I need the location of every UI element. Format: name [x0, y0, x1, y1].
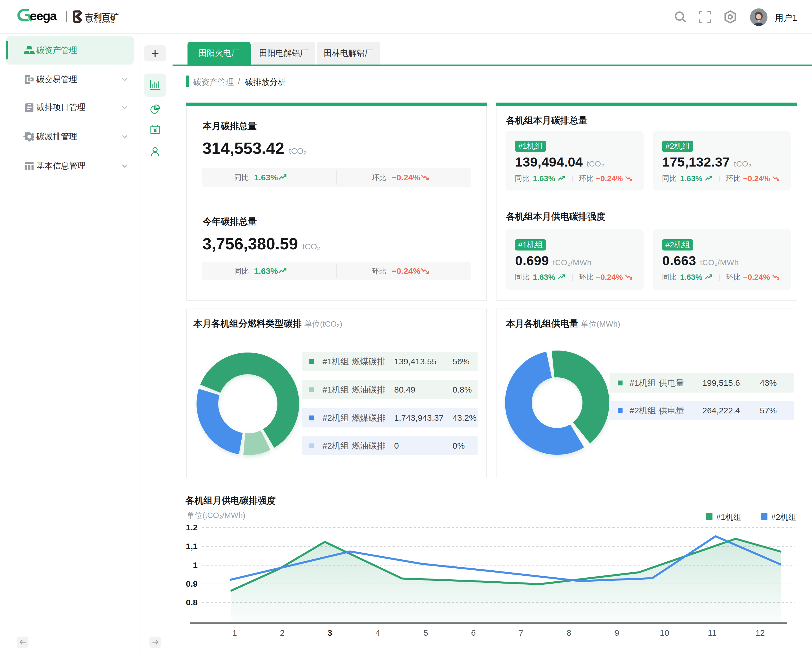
svg-text:7: 7: [519, 628, 524, 637]
svg-text:#1机组: #1机组: [716, 512, 742, 521]
svg-text:9: 9: [615, 628, 620, 637]
svg-text:2: 2: [280, 628, 285, 637]
svg-text:10: 10: [660, 628, 669, 637]
svg-text:#2机组: #2机组: [771, 512, 797, 521]
svg-text:8: 8: [567, 628, 572, 637]
svg-text:1,1: 1,1: [186, 542, 198, 551]
svg-text:1: 1: [232, 628, 237, 637]
svg-text:3: 3: [328, 628, 332, 637]
svg-text:11: 11: [708, 628, 716, 637]
svg-text:0.9: 0.9: [186, 579, 198, 588]
svg-text:6: 6: [471, 628, 476, 637]
svg-text:1.2: 1.2: [186, 523, 198, 532]
svg-text:0.8: 0.8: [186, 598, 198, 607]
svg-text:5: 5: [423, 628, 428, 637]
svg-text:1: 1: [193, 560, 198, 570]
svg-text:12: 12: [755, 628, 765, 637]
svg-text:4: 4: [375, 628, 380, 637]
